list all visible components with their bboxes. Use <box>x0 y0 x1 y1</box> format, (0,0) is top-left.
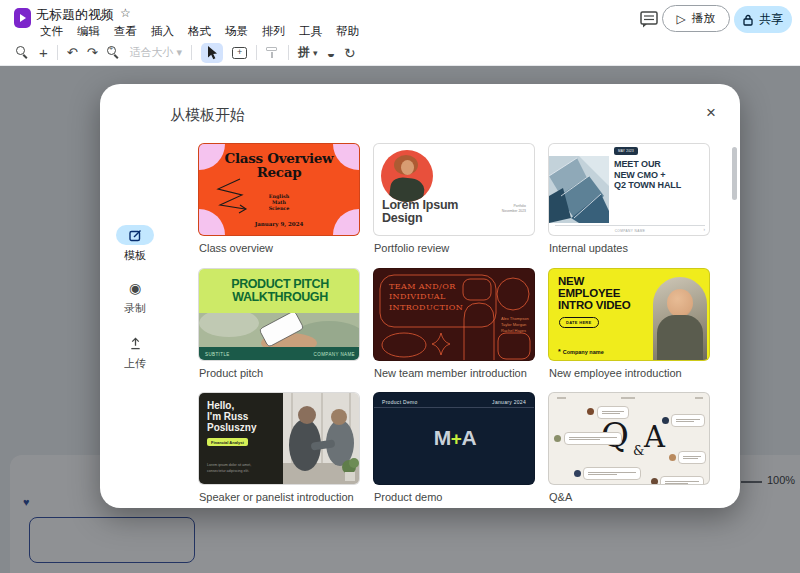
vids-logo[interactable] <box>14 8 31 28</box>
thumb-date: January 9, 2024 <box>199 221 359 227</box>
search-icon[interactable] <box>16 46 30 60</box>
thumb-title: A <box>644 420 665 454</box>
chat-avatar <box>669 454 676 461</box>
thumb-role-badge: Financial Analyst <box>207 438 248 446</box>
thumb-meta: Portfolio November 2023 <box>502 204 526 214</box>
template-thumb: NEW EMPLOYEE INTRO VIDEO DATE HERE * Com… <box>548 268 710 361</box>
share-button[interactable]: 共享 <box>734 6 792 33</box>
document-title[interactable]: 无标题的视频 <box>36 6 114 24</box>
template-thumb: Lorem Ipsum Design Portfolio November 20… <box>373 143 535 236</box>
menu-item-file[interactable]: 文件 <box>33 23 70 40</box>
menu-item-help[interactable]: 帮助 <box>329 23 366 40</box>
insert-frame-button[interactable]: + <box>232 47 247 59</box>
chevron-down-icon: ▾ <box>177 46 183 59</box>
thumb-title: M+A <box>374 426 535 450</box>
menu-item-scene[interactable]: 场景 <box>218 23 255 40</box>
chat-avatar <box>651 478 658 485</box>
add-scene-button[interactable]: + <box>39 44 48 61</box>
menu-item-view[interactable]: 查看 <box>107 23 144 40</box>
chat-bubble <box>597 406 629 419</box>
sidebar-label: 模板 <box>112 248 158 263</box>
template-icon <box>129 229 142 242</box>
template-card-speaker-intro[interactable]: Hello, I'm Russ Posluszny Financial Anal… <box>198 392 360 514</box>
transition-icon[interactable]: ↻ <box>344 45 356 61</box>
handshake-photo <box>283 393 360 485</box>
modal-scrollbar[interactable] <box>732 147 737 200</box>
redo-icon[interactable]: ↷ <box>87 45 98 60</box>
star-icon[interactable]: ☆ <box>120 6 131 20</box>
template-caption: Internal updates <box>549 242 628 254</box>
template-thumb: Class Overview Recap English Math Scienc… <box>198 143 360 236</box>
sidebar-label: 录制 <box>112 301 158 316</box>
template-caption: New employee introduction <box>549 367 682 379</box>
template-card-internal-updates[interactable]: MAY 2023 MEET OUR NEW CMO + Q2 TOWN HALL… <box>548 143 710 265</box>
template-thumb: Q & A <box>548 392 710 485</box>
chat-bubble <box>678 451 706 464</box>
sidebar-label: 上传 <box>112 356 158 371</box>
template-card-product-demo[interactable]: Product Demo January 2024 M+A Product de… <box>373 392 535 514</box>
portrait-photo <box>381 150 433 202</box>
divider <box>288 45 289 60</box>
paint-format-icon <box>266 46 279 59</box>
thumb-badge: DATE HERE <box>559 317 599 328</box>
phone-photo <box>199 313 360 347</box>
thumb-title: NEW EMPLOYEE INTRO VIDEO <box>558 275 631 311</box>
menu-item-tools[interactable]: 工具 <box>292 23 329 40</box>
plus-glyph: + <box>237 48 242 57</box>
undo-icon[interactable]: ↶ <box>67 45 78 60</box>
title-band: PRODUCT PITCH WALKTHROUGH <box>199 269 360 313</box>
templates-pill <box>116 225 154 245</box>
upload-icon <box>129 337 142 350</box>
menu-item-arrange[interactable]: 排列 <box>255 23 292 40</box>
play-button[interactable]: ▷ 播放 <box>662 5 730 32</box>
thumb-company: COMPANY NAME <box>314 352 355 357</box>
sidebar-item-templates[interactable]: 模板 <box>112 225 158 263</box>
select-tool-button[interactable] <box>201 43 223 63</box>
template-card-portfolio-review[interactable]: Lorem Ipsum Design Portfolio November 20… <box>373 143 535 265</box>
thumb-blurb: Lorem ipsum dolor sit amet, consectetur … <box>207 463 251 475</box>
thumb-title: PRODUCT PITCH WALKTHROUGH <box>231 278 329 304</box>
template-thumb: Product Demo January 2024 M+A <box>373 392 535 485</box>
close-icon[interactable]: × <box>700 102 722 124</box>
play-glyph <box>20 14 26 22</box>
template-card-class-overview[interactable]: Class Overview Recap English Math Scienc… <box>198 143 360 265</box>
sidebar-item-upload[interactable]: 上传 <box>112 333 158 371</box>
divider <box>191 45 192 60</box>
thumb-title: & <box>633 443 645 458</box>
play-button-label: 播放 <box>692 10 716 27</box>
layout-dropdown[interactable]: 拼 ▾ <box>298 44 318 61</box>
template-caption: Speaker or panelist introduction <box>199 491 354 503</box>
template-thumb: MAY 2023 MEET OUR NEW CMO + Q2 TOWN HALL… <box>548 143 710 236</box>
thumb-title: MEET OUR NEW CMO + Q2 TOWN HALL <box>614 159 706 191</box>
chat-bubble <box>564 432 622 445</box>
template-thumb: TEAM AND/OR INDIVIDUAL INTRODUCTION Alex… <box>373 268 535 361</box>
comment-icon[interactable] <box>640 11 658 28</box>
zoom-in-icon[interactable]: + <box>107 46 121 60</box>
thumb-company: Company name <box>563 349 604 355</box>
menu-item-edit[interactable]: 编辑 <box>70 23 107 40</box>
template-caption: Product demo <box>374 491 442 503</box>
thumb-header-right: January 2024 <box>492 399 526 405</box>
thumb-subtitle: SUBTITLE <box>205 352 230 357</box>
footer-bar: SUBTITLE COMPANY NAME <box>199 347 360 361</box>
thumb-title: TEAM AND/OR INDIVIDUAL INTRODUCTION <box>389 282 463 313</box>
background-icon[interactable]: ◒ <box>327 45 335 61</box>
chat-avatar <box>554 435 561 442</box>
thumb-subjects: English Math Science <box>199 193 359 212</box>
template-card-product-pitch[interactable]: PRODUCT PITCH WALKTHROUGH SUBTITLE COMPA… <box>198 268 360 390</box>
menu-item-format[interactable]: 格式 <box>181 23 218 40</box>
template-card-qa[interactable]: Q & A Q&A <box>548 392 710 514</box>
template-card-team-intro[interactable]: TEAM AND/OR INDIVIDUAL INTRODUCTION Alex… <box>373 268 535 390</box>
fit-size-dropdown[interactable]: 适合大小 ▾ <box>130 45 183 60</box>
menu-item-insert[interactable]: 插入 <box>144 23 181 40</box>
thumb-title: Hello, I'm Russ Posluszny <box>207 400 256 434</box>
thumb-badge: MAY 2023 <box>614 147 638 155</box>
template-card-new-employee[interactable]: NEW EMPLOYEE INTRO VIDEO DATE HERE * Com… <box>548 268 710 390</box>
lock-icon <box>743 14 753 26</box>
thumb-names: Alex Thompson Taylor Morgan Rachel Hayes <box>501 316 529 334</box>
app-header: 无标题的视频 ☆ 文件 编辑 查看 插入 格式 场景 排列 工具 帮助 ▷ 播放… <box>0 0 800 40</box>
chevron-right-icon: › <box>704 227 706 232</box>
sidebar-item-record[interactable]: ◉ 录制 <box>112 278 158 316</box>
chat-avatar <box>662 417 669 424</box>
thumb-title: Lorem Ipsum Design <box>382 199 458 225</box>
